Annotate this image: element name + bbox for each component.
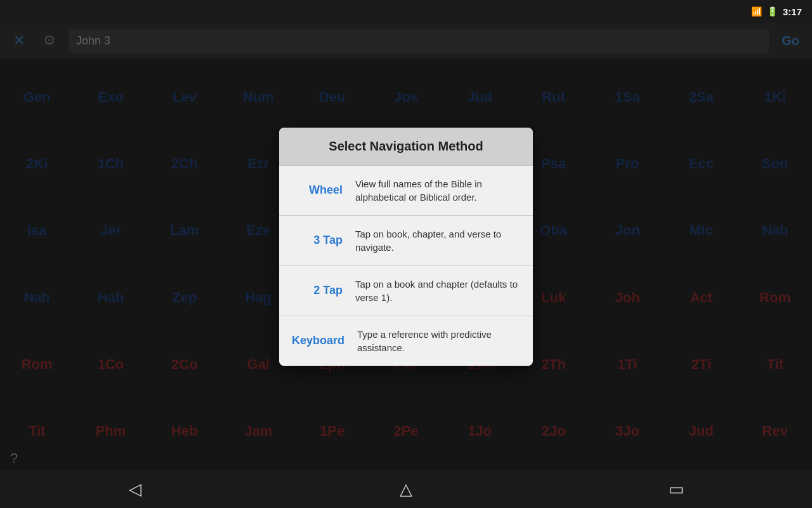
- status-time: 3:17: [783, 6, 802, 17]
- wifi-icon: 📶: [751, 6, 762, 17]
- back-button[interactable]: ◁: [110, 479, 160, 499]
- status-icons: 📶 🔋 3:17: [751, 6, 802, 17]
- battery-icon: 🔋: [767, 6, 778, 17]
- dialog-item-3-tap[interactable]: 3 Tap Tap on book, chapter, and verse to…: [279, 216, 533, 266]
- home-button[interactable]: △: [381, 479, 431, 499]
- dialog-title: Select Navigation Method: [279, 128, 533, 166]
- modal-overlay: Select Navigation Method Wheel View full…: [0, 23, 812, 470]
- dialog-item-desc-1: Tap on book, chapter, and verse to navig…: [355, 227, 520, 254]
- dialog-item-wheel[interactable]: Wheel View full names of the Bible in al…: [279, 166, 533, 216]
- dialog-item-desc-2: Tap on a book and chapter (defaults to v…: [355, 277, 520, 304]
- dialog-item-label-0: Wheel: [292, 184, 343, 197]
- navigation-method-dialog: Select Navigation Method Wheel View full…: [279, 128, 533, 366]
- dialog-item-label-1: 3 Tap: [292, 234, 343, 247]
- dialog-item-desc-0: View full names of the Bible in alphabet…: [355, 177, 520, 204]
- dialog-item-label-3: Keyboard: [292, 334, 344, 347]
- dialog-item-desc-3: Type a reference with predictive assista…: [357, 328, 520, 354]
- dialog-item-keyboard[interactable]: Keyboard Type a reference with predictiv…: [279, 316, 533, 366]
- recent-button[interactable]: ▭: [652, 479, 702, 499]
- status-bar: 📶 🔋 3:17: [0, 0, 812, 23]
- dialog-item-label-2: 2 Tap: [292, 284, 343, 297]
- bottom-nav-bar: ◁ △ ▭: [0, 470, 812, 508]
- dialog-item-2-tap[interactable]: 2 Tap Tap on a book and chapter (default…: [279, 266, 533, 316]
